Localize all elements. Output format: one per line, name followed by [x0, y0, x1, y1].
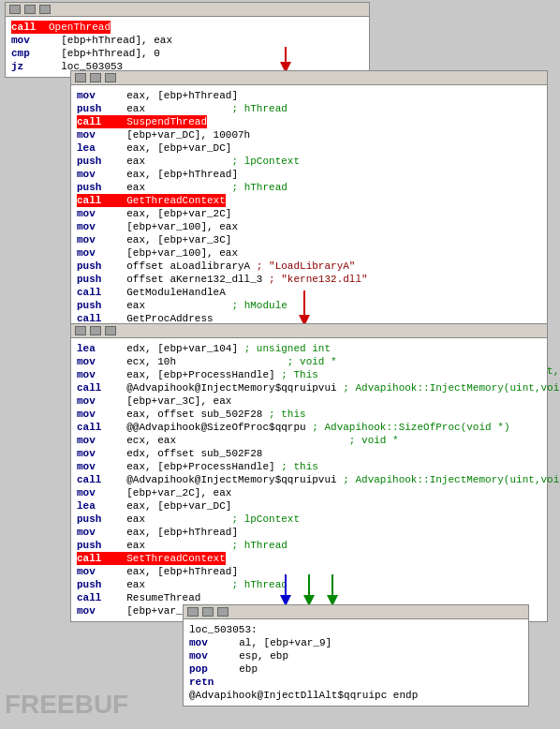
comment: ; hThread: [145, 102, 287, 115]
operand: edx, offset sub_502F28: [114, 447, 262, 460]
comment: ; lpContext: [145, 513, 300, 526]
operand: eax, [ebp+hThread]: [114, 89, 238, 102]
titlebar-1: [6, 3, 369, 17]
operand: GetThreadContext: [114, 194, 226, 207]
mnemonic: mov: [77, 394, 114, 408]
code-line: mov [ebp+hThread], eax: [11, 34, 363, 47]
mnemonic: mov: [77, 460, 114, 473]
mnemonic: jz: [11, 60, 49, 73]
code-line: push eax ; hModule: [77, 299, 541, 312]
code-line: push eax ; lpContext: [77, 513, 541, 526]
comment: ; hThread: [145, 539, 287, 552]
code-line: lea eax, [ebp+var_DC]: [77, 499, 541, 513]
titlebar-btn: [105, 73, 116, 82]
titlebar-btn: [217, 607, 228, 617]
operand: ebp: [227, 662, 258, 676]
operand: eax: [114, 513, 145, 526]
titlebar-btn: [90, 326, 101, 335]
mnemonic: push: [77, 102, 114, 115]
operand: offset aLoadlibraryA: [114, 260, 250, 273]
operand: eax, [ebp+ProcessHandle]: [114, 460, 275, 473]
mnemonic: mov: [77, 447, 114, 460]
code-line: mov [ebp+var_2C], eax: [77, 486, 541, 499]
operand: ResumeThread: [114, 591, 200, 604]
code-line: mov al, [ebp+var_9]: [189, 636, 523, 649]
code-line: mov [ebp+var_3C], eax: [77, 394, 541, 408]
code-line: mov eax, offset sub_502F28 ; this: [77, 408, 541, 421]
mnemonic: mov: [77, 368, 114, 381]
code-line: push eax ; hThread: [77, 102, 541, 115]
code-line: push offset aLoadlibraryA ; "LoadLibrary…: [77, 260, 541, 273]
code-line: call GetThreadContext: [77, 194, 541, 207]
code-box-1: call OpenThread mov [ebp+hThread], eax c…: [5, 2, 370, 78]
mnemonic: call: [77, 115, 114, 128]
operand: eax: [114, 578, 145, 591]
code-line: @Advapihook@InjectDllAlt$qqruipc endp: [189, 689, 523, 702]
mnemonic: call: [11, 21, 49, 34]
operand: SetThreadContext: [114, 552, 226, 565]
code-box-3: lea edx, [ebp+var_104] ; unsigned int mo…: [70, 323, 548, 622]
mnemonic: push: [77, 539, 114, 552]
operand: [ebp+var_DC], 10007h: [114, 128, 250, 141]
mnemonic: push: [77, 273, 114, 286]
mnemonic: push: [77, 181, 114, 194]
operand: SuspendThread: [114, 115, 207, 128]
operand: eax: [114, 181, 145, 194]
code-line: call @@Advapihook@SizeOfProc$qqrpu ; Adv…: [77, 421, 541, 434]
comment: ; hThread: [145, 181, 287, 194]
operand: eax, offset sub_502F28: [114, 408, 262, 421]
mnemonic: push: [77, 513, 114, 526]
mnemonic: call: [77, 381, 114, 394]
code-box-4: loc_503053: mov al, [ebp+var_9] mov esp,…: [183, 604, 529, 707]
comment: ; Advapihook::InjectMemory(uint,void *,u…: [337, 381, 560, 394]
operand: ecx, 10h: [114, 355, 176, 368]
comment: ; void *: [176, 355, 337, 368]
code-line: call GetModuleHandleA: [77, 286, 541, 299]
code-line: push eax ; hThread: [77, 539, 541, 552]
operand: eax, [ebp+hThread]: [114, 168, 238, 181]
comment: ; hModule: [145, 299, 287, 312]
code-line: retn: [189, 676, 523, 689]
operand: @Advapihook@InjectMemory$qqruipvui: [114, 381, 337, 394]
operand: al, [ebp+var_9]: [227, 636, 332, 649]
watermark: FREEBUF: [5, 690, 128, 720]
code-line: call OpenThread: [11, 21, 363, 34]
mnemonic: mov: [77, 565, 114, 578]
code-line: push eax ; lpContext: [77, 155, 541, 168]
mnemonic: mov: [77, 408, 114, 421]
titlebar-2: [71, 71, 547, 85]
mnemonic: push: [77, 155, 114, 168]
operand: GetModuleHandleA: [114, 286, 226, 299]
mnemonic: mov: [189, 649, 227, 662]
operand: eax: [114, 155, 145, 168]
mnemonic: mov: [77, 486, 114, 499]
operand: [ebp+var_100], eax: [114, 246, 238, 260]
comment: ; Advapihook::SizeOfProc(void *): [306, 421, 510, 434]
mnemonic: push: [77, 299, 114, 312]
mnemonic: mov: [77, 89, 114, 102]
comment: ; unsigned int: [238, 342, 331, 355]
mnemonic: push: [77, 578, 114, 591]
code-line: push offset aKerne132_dll_3 ; "kerne132.…: [77, 273, 541, 286]
code-line: call SuspendThread: [77, 115, 541, 128]
mnemonic: mov: [77, 128, 114, 141]
mnemonic: lea: [77, 499, 114, 513]
titlebar-btn: [39, 5, 51, 14]
mnemonic: push: [77, 260, 114, 273]
code-line: call @Advapihook@InjectMemory$qqruipvui …: [77, 473, 541, 486]
operand: esp, ebp: [227, 649, 288, 662]
code-line: mov eax, [ebp+ProcessHandle] ; this: [77, 460, 541, 473]
mnemonic: call: [77, 473, 114, 486]
string-literal: ; "LoadLibraryA": [250, 260, 355, 273]
code-line: mov [ebp+var_100], eax: [77, 246, 541, 260]
code-line: call SetThreadContext: [77, 552, 541, 565]
mnemonic: mov: [189, 636, 227, 649]
code-line: push eax ; hThread: [77, 578, 541, 591]
operand: OpenThread: [49, 21, 111, 34]
operand: eax, [ebp+var_DC]: [114, 141, 231, 155]
titlebar-btn: [202, 607, 214, 617]
mnemonic: mov: [77, 207, 114, 220]
titlebar-btn: [187, 607, 199, 617]
code-line: lea edx, [ebp+var_104] ; unsigned int: [77, 342, 541, 355]
operand: edx, [ebp+var_104]: [114, 342, 238, 355]
